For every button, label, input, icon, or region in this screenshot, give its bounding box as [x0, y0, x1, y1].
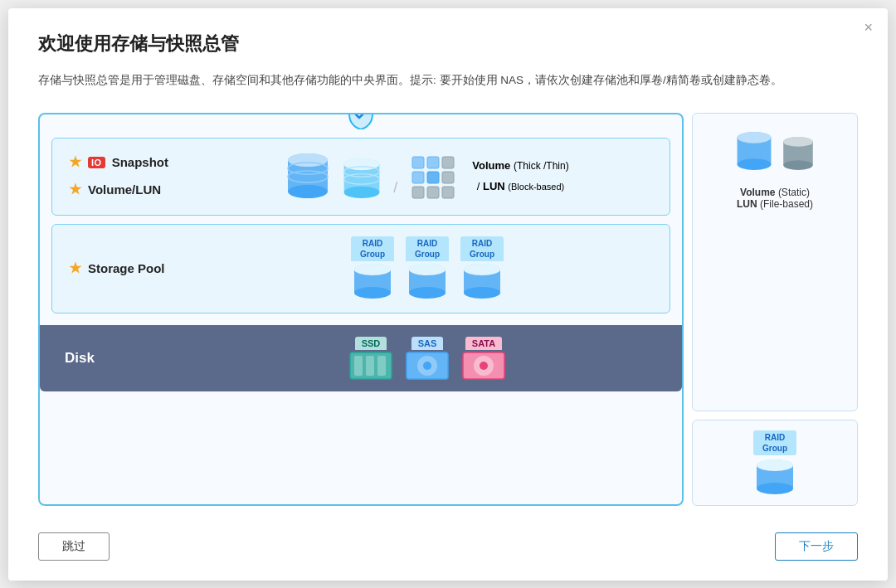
svg-point-53 [757, 483, 793, 494]
svg-point-31 [464, 287, 500, 299]
svg-point-32 [464, 264, 500, 275]
raid-group-2: RAIDGroup [406, 236, 449, 299]
svg-point-2 [288, 185, 328, 198]
right-volume-static-label: Volume (Static) LUN (File-based) [737, 187, 813, 210]
svg-point-45 [738, 159, 772, 171]
pool-labels-column: ★ Storage Pool [69, 260, 202, 277]
sata-badge: SATA [465, 337, 502, 350]
svg-point-8 [344, 187, 380, 198]
svg-point-39 [423, 362, 431, 370]
ssd-disk-item: SSD [349, 337, 392, 380]
svg-point-27 [409, 287, 446, 299]
diagram-area: ★ IO Snapshot ★ Volume/LUN [38, 113, 858, 505]
storage-pool-label: Storage Pool [88, 261, 165, 275]
close-button[interactable]: × [864, 20, 873, 35]
svg-point-46 [738, 132, 772, 143]
volume-snapshot-section: ★ IO Snapshot ★ Volume/LUN [51, 138, 670, 216]
svg-rect-34 [354, 356, 363, 376]
sata-disk-item: SATA [462, 337, 505, 380]
svg-rect-36 [377, 356, 386, 376]
svg-point-23 [354, 287, 391, 299]
svg-rect-18 [412, 187, 424, 198]
raid-badge-2: RAIDGroup [406, 236, 449, 261]
svg-point-28 [409, 264, 446, 275]
snapshot-label-row: ★ IO Snapshot [69, 153, 202, 171]
snapshot-star: ★ [69, 153, 81, 171]
thin-volume-item [342, 155, 382, 202]
right-raid-section: RAIDGroup [692, 420, 858, 506]
disk-label: Disk [65, 350, 197, 367]
snapshot-label: Snapshot [112, 155, 168, 169]
labels-column: ★ IO Snapshot ★ Volume/LUN [69, 153, 202, 198]
raid-group-icons: RAIDGroup RAIDGroup [202, 236, 653, 299]
svg-rect-19 [427, 187, 439, 198]
raid-badge-1: RAIDGroup [351, 236, 394, 261]
dialog-title: 欢迎使用存储与快照总管 [38, 32, 858, 56]
right-top-section: Volume (Static) LUN (File-based) [692, 113, 858, 411]
svg-point-24 [354, 264, 391, 275]
volume-lun-label: Volume/LUN [88, 182, 161, 197]
sas-badge: SAS [411, 337, 444, 350]
svg-point-50 [783, 137, 813, 147]
left-block: ★ IO Snapshot ★ Volume/LUN [38, 113, 684, 505]
disk-bar: Disk SSD SAS [40, 325, 682, 391]
svg-point-42 [480, 362, 488, 370]
disk-icons: SSD SAS [197, 337, 657, 380]
raid-group-3: RAIDGroup [460, 236, 504, 299]
volume-thick-thin-text: Volume (Thick /Thin) [472, 159, 568, 172]
thick-volume-item [285, 150, 330, 202]
dialog-footer: 跳过 下一步 [38, 532, 858, 561]
svg-point-49 [783, 161, 813, 171]
svg-rect-35 [366, 356, 374, 376]
lun-label-text: / LUN (Block-based) [477, 180, 564, 192]
volume-lun-label-row: ★ Volume/LUN [69, 181, 202, 198]
dialog-description: 存储与快照总管是用于管理磁盘、存储空间和其他存储功能的中央界面。提示: 要开始使… [38, 71, 801, 90]
volume-star: ★ [69, 181, 81, 198]
svg-rect-20 [442, 187, 454, 198]
storage-pool-section: ★ Storage Pool RAIDGroup [51, 224, 670, 313]
storage-pool-label-row: ★ Storage Pool [69, 260, 202, 277]
io-badge: IO [88, 157, 105, 168]
svg-rect-17 [442, 172, 454, 183]
lun-item [409, 153, 457, 202]
slash-divider: / [393, 179, 397, 197]
svg-point-54 [757, 459, 793, 471]
svg-rect-12 [412, 157, 424, 168]
svg-rect-14 [442, 157, 454, 168]
volume-lun-label-group: Volume (Thick /Thin) / LUN (Block-based) [472, 159, 568, 192]
raid-badge-3: RAIDGroup [460, 236, 504, 261]
volumes-column: / [202, 150, 653, 202]
svg-rect-16 [427, 172, 439, 183]
right-raid-badge: RAIDGroup [753, 430, 796, 455]
ssd-badge: SSD [355, 337, 387, 350]
shield-icon [346, 113, 376, 132]
right-volumes [735, 129, 815, 173]
next-button[interactable]: 下一步 [775, 532, 858, 561]
sas-disk-item: SAS [406, 337, 449, 380]
svg-rect-15 [412, 172, 424, 183]
svg-rect-13 [427, 157, 439, 168]
raid-group-1: RAIDGroup [351, 236, 394, 299]
right-block: Volume (Static) LUN (File-based) RAIDGro… [692, 113, 858, 505]
skip-button[interactable]: 跳过 [38, 532, 110, 561]
main-dialog: × 欢迎使用存储与快照总管 存储与快照总管是用于管理磁盘、存储空间和其他存储功能… [8, 8, 888, 581]
storage-pool-star: ★ [69, 260, 81, 277]
